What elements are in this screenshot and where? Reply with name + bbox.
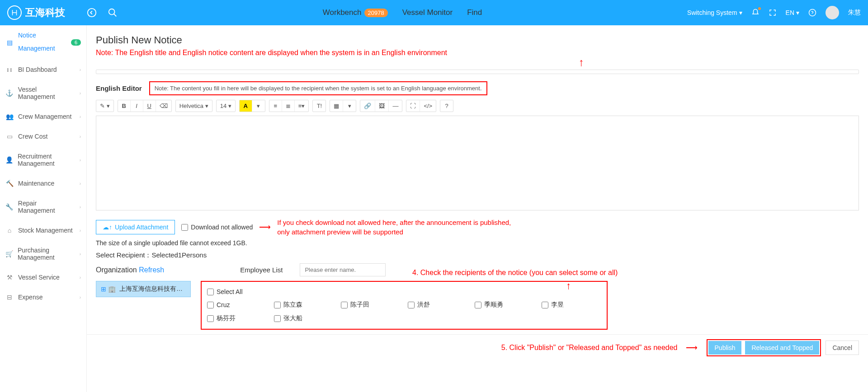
footer-bar: 5. Click "Publish" or "Released and Topp…: [87, 334, 868, 361]
sidebar-item-purchasing[interactable]: 🛒Purchasing Management›: [0, 240, 86, 267]
chevron-right-icon: ›: [80, 252, 81, 257]
employee-checkbox[interactable]: 陈子田: [341, 298, 386, 312]
main-content: Publish New Notice Note: The English tit…: [87, 25, 868, 392]
fullscreen-icon[interactable]: [769, 9, 777, 17]
person-icon: 👤: [5, 156, 13, 163]
employee-checkbox[interactable]: 陈立森: [274, 298, 319, 312]
sidebar-item-vessel-mgmt[interactable]: ⚓Vessel Management›: [0, 79, 86, 107]
font-color-button[interactable]: A: [240, 100, 252, 112]
upload-attachment-button[interactable]: ☁↑ Upload Attachment: [96, 220, 175, 234]
underline-button[interactable]: U: [143, 100, 156, 112]
sidebar-item-recruitment[interactable]: 👤Recruitment Management›: [0, 146, 86, 173]
sidebar-item-label: Vessel Service: [18, 274, 60, 281]
avatar[interactable]: [826, 6, 839, 19]
table-caret[interactable]: ▾: [343, 100, 356, 112]
chevron-right-icon: ›: [80, 158, 81, 163]
employee-search-input[interactable]: [300, 263, 386, 276]
employee-selection-box: Select All Cruz陈立森陈子田洪舒季顺勇李昱杨芬芬张大船: [201, 281, 608, 330]
sidebar-item-maintenance[interactable]: 🔨Maintenance›: [0, 173, 86, 193]
org-tree-icon: ⊞ 🏢: [101, 285, 116, 293]
username[interactable]: 朱慧: [848, 9, 861, 17]
cancel-button[interactable]: Cancel: [826, 341, 859, 355]
employee-checkbox[interactable]: 杨芬芬: [207, 312, 252, 325]
employee-checkbox[interactable]: 洪舒: [408, 298, 453, 312]
image-button[interactable]: 🖼: [375, 100, 389, 112]
font-size-dropdown[interactable]: 14 ▾: [217, 100, 235, 112]
table-button[interactable]: ▦: [330, 100, 343, 112]
clear-format-button[interactable]: T!: [313, 100, 326, 112]
code-view-button[interactable]: </>: [420, 100, 436, 112]
align-button[interactable]: ≡▾: [295, 100, 309, 112]
switching-system-dropdown[interactable]: Switching System ▾: [687, 9, 742, 16]
fullscreen-editor-button[interactable]: ⛶: [406, 100, 420, 112]
back-icon[interactable]: [87, 8, 97, 18]
caret-down-icon: ▾: [796, 9, 799, 16]
notice-icon: ▤: [5, 39, 14, 46]
chevron-right-icon: ›: [80, 181, 81, 186]
caret-down-icon: ▾: [739, 9, 742, 16]
org-tree-node[interactable]: ⊞ 🏢 上海互海信息科技有…: [96, 281, 191, 297]
sidebar-item-bi-dashboard[interactable]: ⫾⫾BI Dashboard›: [0, 60, 86, 79]
editor-textarea[interactable]: [96, 116, 859, 210]
download-not-allowed-input[interactable]: [181, 224, 188, 231]
line-button[interactable]: —: [389, 100, 402, 112]
sidebar-item-stock[interactable]: ⌂Stock Management›: [0, 220, 86, 240]
nav-workbench[interactable]: Workbench 20978: [323, 8, 388, 17]
sidebar-item-label: Notice: [18, 32, 66, 39]
sidebar-item-vessel-service[interactable]: ⚒Vessel Service›: [0, 267, 86, 287]
brand-icon: [7, 5, 22, 20]
language-dropdown[interactable]: EN ▾: [786, 9, 799, 16]
brand-text: 互海科技: [25, 6, 65, 19]
publish-button[interactable]: Publish: [708, 341, 742, 355]
red-arrow-right-icon: ⟶: [259, 222, 271, 232]
red-arrow-up-icon: ↑: [566, 280, 571, 292]
download-annotation: If you check download not allowed here, …: [277, 218, 511, 237]
nav-vessel-monitor[interactable]: Vessel Monitor: [402, 8, 453, 17]
annotation-step-5: 5. Click "Publish" or "Released and Topp…: [501, 344, 678, 352]
sidebar-item-repair[interactable]: 🔧Repair Management›: [0, 193, 86, 220]
sidebar-item-crew-mgmt[interactable]: 👥Crew Management›: [0, 107, 86, 126]
employee-checkbox[interactable]: 李昱: [542, 298, 587, 312]
erase-button[interactable]: ⌫: [156, 100, 171, 112]
font-family-dropdown[interactable]: Helvetica ▾: [176, 100, 212, 112]
sidebar-item-sublabel: Management: [18, 43, 66, 53]
link-button[interactable]: 🔗: [360, 100, 375, 112]
search-icon[interactable]: [108, 8, 118, 18]
people-icon: 👥: [5, 113, 14, 120]
italic-button[interactable]: I: [131, 100, 143, 112]
refresh-link[interactable]: Refresh: [139, 266, 164, 274]
ol-button[interactable]: ≣: [282, 100, 295, 112]
download-not-allowed-checkbox[interactable]: Download not allowed: [181, 224, 253, 231]
sidebar-item-label: Recruitment Management: [18, 153, 75, 167]
svg-point-1: [109, 9, 115, 15]
sidebar-item-label: Expense: [18, 294, 42, 301]
anchor-icon: ⚓: [5, 89, 14, 97]
cart-icon: 🛒: [5, 250, 13, 257]
money-icon: ⊟: [5, 294, 14, 301]
hammer-icon: 🔨: [5, 180, 14, 187]
employee-checkbox[interactable]: 季顺勇: [475, 298, 520, 312]
svg-point-0: [88, 9, 96, 17]
employee-checkbox[interactable]: Cruz: [207, 298, 252, 312]
red-arrow-right-icon: ⟶: [686, 343, 698, 353]
sidebar-item-expense[interactable]: ⊟Expense›: [0, 287, 86, 307]
sidebar-item-crew-cost[interactable]: ▭Crew Cost›: [0, 126, 86, 146]
sidebar: ▤ Notice Management 6 ⫾⫾BI Dashboard› ⚓V…: [0, 25, 87, 392]
released-and-topped-button[interactable]: Released and Topped: [745, 341, 819, 355]
style-dropdown[interactable]: ✎ ▾: [96, 100, 113, 112]
chevron-right-icon: ›: [80, 114, 81, 119]
upload-icon: ☁↑: [103, 224, 112, 231]
sidebar-item-label: Repair Management: [18, 200, 75, 214]
help-button[interactable]: ?: [440, 100, 453, 112]
bold-button[interactable]: B: [118, 100, 131, 112]
select-all-checkbox[interactable]: Select All: [207, 285, 601, 298]
input-divider-box: [96, 70, 859, 74]
bell-icon[interactable]: [751, 9, 760, 17]
help-icon[interactable]: [808, 9, 816, 17]
ul-button[interactable]: ≡: [269, 100, 282, 112]
employee-checkbox[interactable]: 张大船: [274, 312, 319, 325]
font-color-caret[interactable]: ▾: [252, 100, 265, 112]
nav-find[interactable]: Find: [467, 8, 482, 17]
notice-count-badge: 6: [71, 39, 81, 46]
sidebar-item-notice[interactable]: ▤ Notice Management 6: [0, 25, 86, 60]
